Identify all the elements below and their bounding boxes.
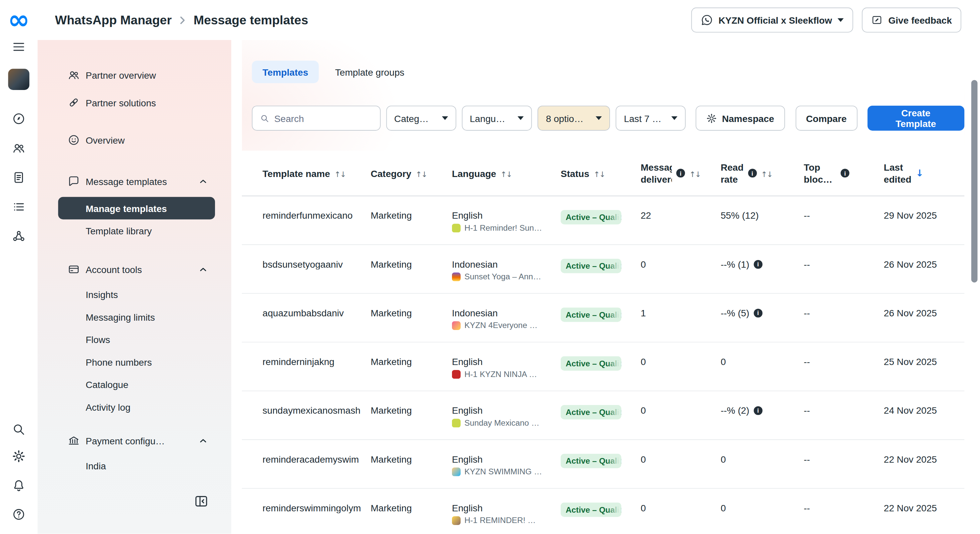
sidebar-item-flows[interactable]: Flows: [58, 328, 215, 351]
last-edited-cell: 22 Nov 2025: [884, 454, 964, 464]
sidebar-item-partner-solutions[interactable]: Partner solutions: [58, 89, 215, 116]
give-feedback-label: Give feedback: [888, 15, 952, 25]
date-range-dropdown[interactable]: Last 7 …: [616, 106, 686, 131]
table-row[interactable]: reminderswimmingolym Marketing English H…: [242, 489, 965, 534]
template-emoji: [452, 272, 461, 281]
compare-button[interactable]: Compare: [795, 106, 858, 131]
col-messages-delivered[interactable]: Messagesdelivered: [641, 161, 721, 185]
list-icon[interactable]: [0, 200, 38, 214]
help-icon[interactable]: [0, 508, 38, 521]
sidebar-item-catalogue[interactable]: Catalogue: [58, 373, 215, 396]
top-blocked-cell: --: [803, 405, 884, 416]
tab-template-groups[interactable]: Template groups: [332, 67, 407, 77]
table-row[interactable]: reminderfunmexicano Marketing English H-…: [242, 196, 965, 245]
caret-down-icon: [671, 116, 678, 120]
status-filter-dropdown[interactable]: 8 optio…: [538, 106, 610, 131]
search-box[interactable]: [252, 106, 381, 131]
info-icon[interactable]: [748, 168, 757, 177]
col-category[interactable]: Category: [371, 168, 452, 178]
col-read-rate[interactable]: Readrate: [721, 161, 803, 185]
info-icon[interactable]: [676, 168, 685, 177]
search-icon[interactable]: [0, 423, 38, 436]
language-cell: Indonesian KYZN 4Everyone …: [452, 308, 561, 331]
breadcrumb-app-title[interactable]: WhatsApp Manager: [55, 13, 172, 27]
compass-icon[interactable]: [0, 112, 38, 126]
sidebar: Partner overview Partner solutions Overv…: [38, 40, 231, 534]
tab-templates[interactable]: Templates: [252, 61, 319, 83]
sidebar-label: Flows: [86, 334, 110, 345]
language-filter-dropdown[interactable]: Langu…: [462, 106, 532, 131]
table-row[interactable]: reminderninjakng Marketing English H-1 K…: [242, 343, 965, 391]
search-icon: [260, 113, 269, 123]
sidebar-item-activity-log[interactable]: Activity log: [58, 396, 215, 418]
status-cell: Active – Qualit: [561, 210, 641, 226]
card-icon: [68, 263, 80, 276]
link-icon: [68, 96, 80, 109]
info-icon[interactable]: [754, 406, 762, 415]
search-input[interactable]: [274, 113, 372, 123]
table-row[interactable]: aquazumbabsdaniv Marketing Indonesian KY…: [242, 294, 965, 342]
sidebar-item-template-library[interactable]: Template library: [58, 219, 215, 242]
document-icon[interactable]: [0, 171, 38, 184]
sidebar-item-account-tools[interactable]: Account tools: [58, 256, 215, 283]
sidebar-item-overview[interactable]: Overview: [58, 126, 215, 154]
table-row[interactable]: reminderacademyswim Marketing English KY…: [242, 440, 965, 489]
bank-icon: [68, 434, 80, 447]
give-feedback-button[interactable]: Give feedback: [862, 8, 961, 33]
template-emoji: [452, 223, 461, 232]
status-filter-label: 8 optio…: [546, 113, 584, 123]
category-filter-label: Categ…: [395, 113, 429, 123]
info-icon[interactable]: [754, 308, 762, 317]
category-cell: Marketing: [371, 308, 452, 318]
last-edited-cell: 25 Nov 2025: [884, 356, 964, 367]
namespace-button[interactable]: Namespace: [696, 106, 785, 131]
sidebar-item-messaging-limits[interactable]: Messaging limits: [58, 306, 215, 328]
network-icon[interactable]: [0, 229, 38, 243]
sidebar-label: Payment configu…: [86, 435, 165, 446]
info-icon[interactable]: [841, 168, 850, 177]
status-cell: Active – Qualit: [561, 308, 641, 324]
status-badge: Active – Qualit: [561, 210, 621, 224]
info-icon[interactable]: [754, 260, 762, 269]
workspace-avatar[interactable]: [0, 69, 38, 90]
template-name-cell: bsdsunsetyogaaniv: [262, 259, 371, 269]
feedback-icon: [871, 14, 883, 25]
col-top-blocked[interactable]: Topblocked: [803, 161, 884, 185]
sidebar-item-india[interactable]: India: [58, 455, 215, 477]
chevron-up-icon: [199, 267, 207, 272]
category-filter-dropdown[interactable]: Categ…: [386, 106, 456, 131]
sort-icon: [593, 168, 605, 178]
account-selector[interactable]: KYZN Official x Sleekflow: [691, 8, 853, 33]
col-language[interactable]: Language: [452, 168, 561, 178]
chevron-right-icon: [180, 16, 185, 24]
messages-delivered-cell: 0: [641, 503, 721, 513]
meta-logo[interactable]: ∞: [0, 2, 38, 38]
sidebar-item-partner-overview[interactable]: Partner overview: [58, 61, 215, 89]
table-row[interactable]: bsdsunsetyogaaniv Marketing Indonesian S…: [242, 245, 965, 294]
sidebar-item-payment-configuration[interactable]: Payment configu…: [58, 427, 215, 455]
messages-delivered-cell: 22: [641, 210, 721, 221]
table-row[interactable]: sundaymexicanosmash Marketing English Su…: [242, 391, 965, 440]
vertical-scrollbar-thumb[interactable]: [971, 80, 978, 283]
create-template-button[interactable]: Create Template: [867, 106, 964, 131]
sidebar-label: Messaging limits: [86, 312, 155, 322]
col-last-edited[interactable]: Lastedited: [884, 161, 964, 185]
sidebar-item-message-templates[interactable]: Message templates: [58, 168, 215, 195]
collapse-sidebar-icon[interactable]: [194, 494, 208, 509]
sidebar-item-manage-templates[interactable]: Manage templates: [58, 197, 215, 220]
sidebar-item-phone-numbers[interactable]: Phone numbers: [58, 351, 215, 373]
col-template-name[interactable]: Template name: [262, 168, 371, 178]
whatsapp-manager-app: Partner overview Partner solutions Overv…: [0, 0, 980, 534]
menu-icon[interactable]: [0, 40, 38, 54]
status-badge: Active – Qualit: [561, 454, 621, 468]
people-icon[interactable]: [0, 141, 38, 155]
notifications-icon[interactable]: [0, 479, 38, 492]
last-edited-cell: 26 Nov 2025: [884, 259, 964, 269]
col-status[interactable]: Status: [561, 168, 641, 178]
date-range-label: Last 7 …: [624, 113, 662, 123]
language-filter-label: Langu…: [470, 113, 505, 123]
settings-icon[interactable]: [0, 449, 38, 463]
breadcrumb-page-title: Message templates: [194, 13, 308, 27]
read-rate-cell: --% (5): [721, 308, 803, 318]
sidebar-item-insights[interactable]: Insights: [58, 283, 215, 306]
